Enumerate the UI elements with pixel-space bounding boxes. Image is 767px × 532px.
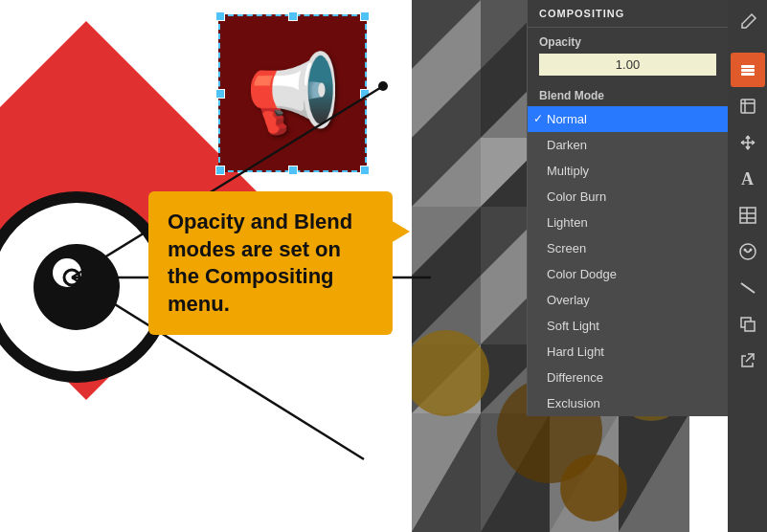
blend-mode-item-color_dodge[interactable]: Color Dodge [528,261,728,287]
svg-rect-76 [740,208,756,223]
compositing-title: COMPOSITING [528,0,728,28]
layers-icon[interactable] [731,53,765,87]
brush-tool-icon[interactable] [731,5,765,39]
move-icon[interactable] [731,125,765,160]
callout-text: Opacity and Blend modes are set on the C… [168,210,352,316]
blend-mode-item-lighten[interactable]: Lighten [528,210,728,235]
svg-point-4 [378,81,388,91]
blend-mode-item-normal[interactable]: Normal [528,106,728,132]
blend-mode-item-multiply[interactable]: Multiply [528,158,728,184]
svg-rect-70 [741,65,755,68]
right-toolbar: A [728,0,767,532]
svg-rect-72 [741,73,755,76]
blend-mode-item-exclusion[interactable]: Exclusion [528,390,728,416]
crop-icon[interactable] [731,89,765,123]
text-icon[interactable]: A [731,162,765,196]
blend-mode-item-difference[interactable]: Difference [528,365,728,390]
svg-point-81 [749,249,752,252]
opacity-section: Opacity [528,28,728,83]
mask-icon[interactable] [731,234,765,269]
blend-mode-label: Blend Mode [528,83,728,106]
blend-mode-item-hard_light[interactable]: Hard Light [528,339,728,365]
svg-rect-73 [741,100,755,113]
clone-icon[interactable] [731,307,765,342]
blend-mode-item-screen[interactable]: Screen [528,235,728,261]
svg-line-82 [741,283,755,293]
blend-mode-item-darken[interactable]: Darken [528,132,728,158]
svg-point-80 [743,249,746,252]
adjust-icon[interactable] [731,271,765,305]
svg-rect-84 [745,321,755,331]
callout-tooltip: Opacity and Blend modes are set on the C… [148,191,393,335]
opacity-label: Opacity [539,35,716,49]
blend-mode-item-soft_light[interactable]: Soft Light [528,313,728,339]
opacity-input[interactable] [539,54,716,76]
svg-rect-71 [741,69,755,72]
blend-mode-item-color_burn[interactable]: Color Burn [528,184,728,210]
compositing-panel: COMPOSITING Opacity Blend Mode NormalDar… [527,0,728,416]
blend-mode-dropdown[interactable]: NormalDarkenMultiplyColor BurnLightenScr… [528,106,728,416]
blend-mode-item-overlay[interactable]: Overlay [528,287,728,313]
share-icon[interactable] [731,344,765,378]
svg-line-85 [746,354,754,362]
table-icon[interactable] [731,198,765,233]
